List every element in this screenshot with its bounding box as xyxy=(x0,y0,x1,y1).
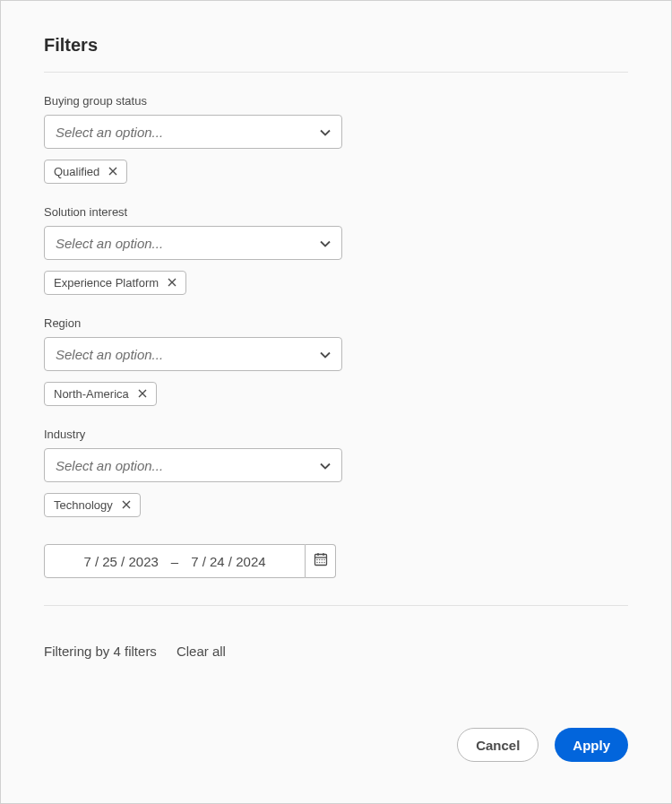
cancel-button[interactable]: Cancel xyxy=(457,728,538,762)
close-icon[interactable] xyxy=(138,388,147,400)
close-icon[interactable] xyxy=(108,166,117,177)
select-industry[interactable]: Select an option... xyxy=(44,448,342,482)
tag-row: North-America xyxy=(44,382,628,406)
select-placeholder: Select an option... xyxy=(56,458,163,473)
tag-qualified: Qualified xyxy=(44,160,127,184)
select-region[interactable]: Select an option... xyxy=(44,337,342,371)
calendar-icon xyxy=(314,552,328,570)
tag-row: Technology xyxy=(44,493,628,517)
tag-row: Experience Platform xyxy=(44,271,628,295)
tag-label: Experience Platform xyxy=(54,276,159,290)
select-placeholder: Select an option... xyxy=(56,347,163,362)
filter-summary-row: Filtering by 4 filters Clear all xyxy=(44,644,628,659)
tag-technology: Technology xyxy=(44,493,141,517)
tag-north-america: North-America xyxy=(44,382,157,406)
select-placeholder: Select an option... xyxy=(56,125,163,140)
page-title: Filters xyxy=(44,35,628,56)
divider-bottom xyxy=(44,605,628,606)
filter-summary: Filtering by 4 filters xyxy=(44,644,157,659)
button-row: Cancel Apply xyxy=(457,728,628,762)
field-label: Buying group status xyxy=(44,94,628,108)
chevron-down-icon xyxy=(320,346,331,362)
select-solution-interest[interactable]: Select an option... xyxy=(44,226,342,260)
chevron-down-icon xyxy=(320,124,331,140)
date-range-field: 7 / 25 / 2023 – 7 / 24 / 2024 xyxy=(44,544,336,578)
field-buying-group-status: Buying group status Select an option... … xyxy=(44,94,628,184)
select-buying-group-status[interactable]: Select an option... xyxy=(44,115,342,149)
close-icon[interactable] xyxy=(168,277,177,289)
tag-label: North-America xyxy=(54,387,129,401)
field-label: Region xyxy=(44,316,628,330)
field-region: Region Select an option... North-America xyxy=(44,316,628,406)
chevron-down-icon xyxy=(320,235,331,251)
date-range-input[interactable]: 7 / 25 / 2023 – 7 / 24 / 2024 xyxy=(44,544,306,578)
tag-row: Qualified xyxy=(44,160,628,184)
tag-label: Technology xyxy=(54,498,113,512)
date-end: 7 / 24 / 2024 xyxy=(191,554,265,569)
calendar-button[interactable] xyxy=(306,544,336,578)
clear-all-link[interactable]: Clear all xyxy=(177,644,226,659)
date-dash: – xyxy=(171,554,178,569)
divider-top xyxy=(44,72,628,73)
close-icon[interactable] xyxy=(122,499,131,511)
tag-experience-platform: Experience Platform xyxy=(44,271,186,295)
field-industry: Industry Select an option... Technology xyxy=(44,428,628,517)
tag-label: Qualified xyxy=(54,165,99,178)
select-placeholder: Select an option... xyxy=(56,236,163,251)
chevron-down-icon xyxy=(320,457,331,473)
field-label: Industry xyxy=(44,428,628,441)
filters-panel: Filters Buying group status Select an op… xyxy=(0,0,672,804)
field-solution-interest: Solution interest Select an option... Ex… xyxy=(44,205,628,295)
field-label: Solution interest xyxy=(44,205,628,219)
date-start: 7 / 25 / 2023 xyxy=(83,554,158,569)
apply-button[interactable]: Apply xyxy=(555,728,628,762)
